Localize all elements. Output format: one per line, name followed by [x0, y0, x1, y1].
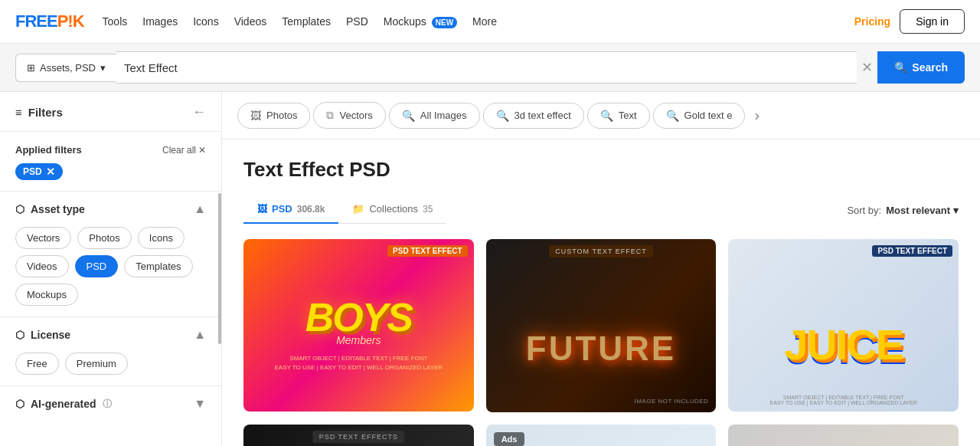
- cat-tab-gold[interactable]: 🔍 Gold text e: [653, 103, 746, 129]
- card-boys-inner: PSD TEXT EFFECT BOYS Members SMART OBJEC…: [267, 271, 451, 380]
- collapse-sidebar-button[interactable]: ←: [192, 104, 206, 120]
- sub-tabs: 🖼 PSD 306.8k 📁 Collections 35: [243, 195, 446, 224]
- chevron-down-icon-ai: ▼: [194, 397, 206, 411]
- chip-icons[interactable]: Icons: [138, 227, 185, 249]
- header-right: Pricing Sign in: [854, 9, 965, 34]
- close-icon: ✕: [198, 145, 206, 156]
- chip-psd[interactable]: PSD: [75, 255, 119, 277]
- future-text: FUTURE: [526, 330, 676, 368]
- search-type-label: Assets, PSD: [40, 62, 96, 74]
- sidebar: ≡ Filters ← Applied filters Clear all ✕ …: [0, 92, 222, 446]
- search-type-button[interactable]: ⊞ Assets, PSD ▾: [15, 54, 116, 82]
- page-content: Text Effect PSD 🖼 PSD 306.8k 📁 Collectio…: [222, 139, 980, 446]
- sub-tab-psd[interactable]: 🖼 PSD 306.8k: [243, 195, 338, 224]
- nav-mockups[interactable]: Mockups NEW: [384, 15, 457, 28]
- card-ads[interactable]: Ads: [486, 425, 717, 447]
- cat-tab-vectors[interactable]: ⧉ Vectors: [313, 102, 385, 129]
- section-title-license: ⬡ License: [15, 329, 70, 341]
- chip-premium[interactable]: Premium: [65, 353, 128, 375]
- applied-filters: Applied filters Clear all ✕ PSD ✕: [0, 144, 221, 191]
- clear-button[interactable]: ✕: [857, 59, 877, 76]
- search-button[interactable]: 🔍 Search: [877, 51, 965, 84]
- ai-generated-section: ⬡ AI-generated ⓘ ▼: [0, 385, 221, 432]
- license-header[interactable]: ⬡ License ▲: [15, 328, 206, 342]
- remove-chip-button[interactable]: ✕: [46, 166, 55, 177]
- sub-tab-collections[interactable]: 📁 Collections 35: [338, 195, 446, 224]
- chevron-up-icon: ▲: [194, 202, 206, 216]
- nav-psd[interactable]: PSD: [346, 15, 368, 28]
- search-icon: 🔍: [894, 61, 907, 74]
- psd-text-effects-badge: PSD TEXT EFFECTS: [313, 431, 404, 443]
- ai-generated-header[interactable]: ⬡ AI-generated ⓘ ▼: [15, 397, 206, 411]
- boys-bottom-text: SMART OBJECT | EDITABLE TEXT | FREE FONT…: [275, 354, 443, 372]
- sidebar-scrollbar[interactable]: [218, 193, 221, 345]
- cat-tab-all-images[interactable]: 🔍 All Images: [389, 103, 480, 129]
- sidebar-header: ≡ Filters ←: [0, 104, 221, 132]
- chevron-up-icon-license: ▲: [194, 328, 206, 342]
- vectors-tab-icon: ⧉: [326, 109, 334, 122]
- main-nav: Tools Images Icons Videos Templates PSD …: [103, 15, 497, 28]
- nav-templates[interactable]: Templates: [282, 15, 331, 28]
- chip-photos[interactable]: Photos: [77, 227, 131, 249]
- juice-text: JUICE: [784, 320, 903, 369]
- sort-row: Sort by: Most relevant ▾: [847, 205, 959, 216]
- filter-icon: ≡: [15, 106, 22, 119]
- 3d-tab-icon: 🔍: [496, 110, 509, 122]
- pricing-link[interactable]: Pricing: [854, 15, 890, 28]
- chip-templates[interactable]: Templates: [124, 255, 192, 277]
- nav-icons[interactable]: Icons: [193, 15, 218, 28]
- chip-mockups[interactable]: Mockups: [15, 284, 78, 306]
- sort-dropdown[interactable]: Most relevant ▾: [886, 205, 959, 216]
- cat-tab-photos[interactable]: 🖼 Photos: [237, 103, 310, 129]
- card-boys[interactable]: PSD TEXT EFFECT BOYS Members SMART OBJEC…: [243, 239, 474, 412]
- chip-free[interactable]: Free: [15, 353, 59, 375]
- section-title-asset-type: ⬡ Asset type: [15, 203, 85, 215]
- nav-tools[interactable]: Tools: [103, 15, 128, 28]
- section-title-ai: ⬡ AI-generated ⓘ: [15, 398, 112, 411]
- cat-tab-3d[interactable]: 🔍 3d text effect: [483, 103, 584, 129]
- image-grid: PSD TEXT EFFECT BOYS Members SMART OBJEC…: [243, 239, 959, 446]
- juice-bottom-text: SMART OBJECT | EDITABLE TEXT | FREE FONT…: [770, 395, 917, 405]
- search-bar: ⊞ Assets, PSD ▾ ✕ 🔍 Search: [0, 44, 980, 92]
- info-icon: ⓘ: [103, 398, 112, 411]
- header: FREEP!K Tools Images Icons Videos Templa…: [0, 0, 980, 44]
- asset-type-icon: ⬡: [15, 203, 24, 215]
- card-gold[interactable]: Stay: [728, 425, 959, 447]
- card-juice[interactable]: PSD TEXT EFFECT JUICE SMART OBJECT | EDI…: [728, 239, 959, 412]
- nav-more[interactable]: More: [472, 15, 497, 28]
- nav-videos[interactable]: Videos: [234, 15, 267, 28]
- clear-all-button[interactable]: Clear all ✕: [162, 145, 206, 156]
- main-content: 🖼 Photos ⧉ Vectors 🔍 All Images 🔍 3d tex…: [222, 92, 980, 446]
- psd-badge-boys: PSD TEXT EFFECT: [387, 245, 468, 257]
- filters-title: ≡ Filters: [15, 106, 63, 119]
- applied-filters-row: Applied filters Clear all ✕: [15, 144, 206, 156]
- juice-text-wrap: JUICE: [784, 320, 903, 369]
- psd-filter-chip[interactable]: PSD ✕: [15, 163, 63, 180]
- chip-vectors[interactable]: Vectors: [15, 227, 71, 249]
- search-input[interactable]: [124, 61, 849, 74]
- card-cracks[interactable]: PSD TEXT EFFECTS CRACKS: [243, 425, 474, 447]
- nav-images[interactable]: Images: [142, 15, 178, 28]
- asset-type-header[interactable]: ⬡ Asset type ▲: [15, 202, 206, 216]
- ads-badge: Ads: [494, 432, 525, 446]
- card-future[interactable]: CUSTOM TEXT EFFECT FUTURE IMAGE NOT INCL…: [486, 239, 717, 412]
- image-not-included: IMAGE NOT INCLUDED: [634, 398, 708, 405]
- main-layout: ≡ Filters ← Applied filters Clear all ✕ …: [0, 92, 980, 446]
- future-text-wrap: FUTURE: [526, 330, 676, 368]
- ai-icon: ⬡: [15, 398, 24, 410]
- applied-filters-label: Applied filters: [15, 144, 82, 156]
- signin-button[interactable]: Sign in: [900, 9, 965, 34]
- collections-tab-icon: 📁: [352, 203, 364, 215]
- boys-text: BOYS: [275, 294, 443, 340]
- cat-tab-text[interactable]: 🔍 Text: [587, 103, 650, 129]
- members-text: Members: [275, 334, 443, 346]
- license-icon: ⬡: [15, 329, 24, 341]
- license-section: ⬡ License ▲ Free Premium: [0, 316, 221, 385]
- asset-type-section: ⬡ Asset type ▲ Vectors Photos Icons Vide…: [0, 191, 221, 316]
- all-images-tab-icon: 🔍: [402, 110, 415, 122]
- logo[interactable]: FREEP!K: [15, 11, 84, 31]
- chip-videos[interactable]: Videos: [15, 255, 69, 277]
- license-chips: Free Premium: [15, 353, 206, 375]
- scroll-right-button[interactable]: ›: [751, 103, 763, 127]
- chevron-down-icon: ▾: [100, 62, 106, 74]
